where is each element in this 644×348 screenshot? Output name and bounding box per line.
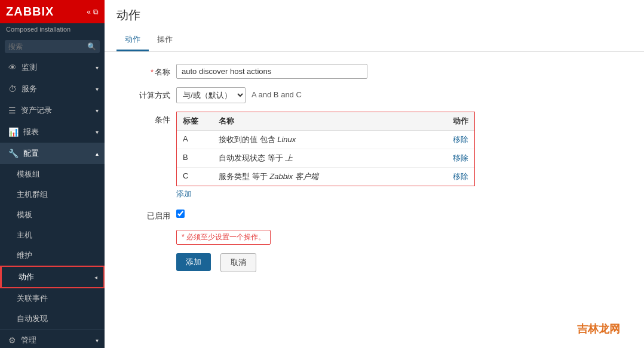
sidebar-item-related-events[interactable]: 关联事件 (0, 288, 105, 309)
sidebar-item-assets[interactable]: ☰ 资产记录 ▾ (0, 100, 105, 121)
sidebar-item-actions[interactable]: 动作 ◂ (0, 266, 105, 288)
cond-name-a: 接收到的值 包含 Linux (213, 131, 438, 149)
monitor-icon: 👁 (8, 63, 17, 72)
reports-label: 报表 (23, 127, 39, 137)
sidebar-item-config[interactable]: 🔧 配置 ▴ (0, 143, 105, 164)
header-name: 名称 (213, 112, 438, 130)
assets-icon: ☰ (8, 106, 16, 115)
templates-label: 模板 (17, 210, 32, 220)
services-arrow: ▾ (96, 86, 99, 93)
enabled-row: 已启用 (122, 208, 626, 221)
sidebar-item-maintenance[interactable]: 维护 (0, 245, 105, 266)
sidebar-item-template-groups[interactable]: 模板组 (0, 164, 105, 184)
sidebar: ZABBIX « ⧉ Composed installation 🔍 👁 监测 … (0, 0, 105, 348)
calc-select[interactable]: 与/或（默认） (176, 87, 246, 103)
reports-arrow: ▾ (96, 129, 99, 135)
calc-desc: A and B and C (252, 87, 302, 99)
conditions-label: 条件 (122, 112, 170, 125)
template-groups-label: 模板组 (17, 169, 40, 180)
monitor-label: 监测 (22, 62, 37, 73)
conditions-header: 标签 名称 动作 (177, 112, 474, 131)
cond-label-c: C (177, 168, 213, 186)
error-spacer (122, 230, 170, 233)
services-label: 服务 (22, 84, 37, 94)
config-label: 配置 (23, 148, 39, 159)
monitor-arrow: ▾ (96, 64, 99, 71)
remove-link-b[interactable]: 移除 (453, 153, 468, 162)
hosts-label: 主机 (17, 230, 32, 241)
table-row: C 服务类型 等于 Zabbix 客户端 移除 (177, 168, 474, 186)
tab-operation[interactable]: 操作 (149, 29, 181, 51)
footer-brand: 吉林龙网 (577, 322, 620, 336)
manage-icon: ⚙ (8, 335, 16, 345)
config-icon: 🔧 (8, 149, 19, 158)
tabs: 动作 操作 (116, 29, 632, 51)
collapse-icon[interactable]: « (87, 8, 91, 16)
sidebar-item-manage[interactable]: ⚙ 管理 ▾ (0, 329, 105, 348)
buttons-row: 添加 取消 (122, 253, 626, 272)
cond-name-c: 服务类型 等于 Zabbix 客户端 (213, 168, 438, 186)
sidebar-item-templates[interactable]: 模板 (0, 205, 105, 225)
sidebar-item-services[interactable]: ⏱ 服务 ▾ (0, 78, 105, 100)
search-input[interactable] (5, 40, 100, 53)
enabled-label: 已启用 (122, 208, 170, 221)
calc-row: 计算方式 与/或（默认） A and B and C (122, 87, 626, 103)
conditions-table: 标签 名称 动作 A 接收到的值 包含 Linux 移除 (176, 112, 475, 186)
assets-arrow: ▾ (96, 107, 99, 114)
logo-text: ZABBIX (6, 5, 54, 19)
reports-icon: 📊 (8, 127, 19, 137)
table-row: B 自动发现状态 等于 上 移除 (177, 149, 474, 168)
sidebar-subtitle: Composed installation (0, 23, 105, 36)
calc-label: 计算方式 (122, 87, 170, 101)
expand-icon[interactable]: ⧉ (93, 8, 99, 16)
remove-link-a[interactable]: 移除 (453, 135, 468, 144)
assets-label: 资产记录 (21, 105, 52, 116)
cond-action-c: 移除 (438, 168, 474, 186)
services-icon: ⏱ (8, 84, 17, 94)
cond-label-b: B (177, 149, 213, 167)
required-star: * (151, 67, 154, 76)
form-area: *名称 计算方式 与/或（默认） A and B and C 条件 标签 名称 … (105, 52, 644, 348)
sidebar-search-wrap: 🔍 (0, 36, 105, 57)
actions-nav-wrapper: 动作 ◂ 触发器动作 发现动作 自动注册动作 内部动作 (0, 266, 105, 288)
name-label: *名称 (122, 64, 170, 78)
cond-action-a: 移除 (438, 131, 474, 149)
tab-action[interactable]: 动作 (116, 29, 149, 51)
actions-arrow: ◂ (94, 274, 97, 281)
sidebar-item-auto-discover[interactable]: 自动发现 (0, 309, 105, 329)
sidebar-item-hosts[interactable]: 主机 (0, 225, 105, 245)
config-arrow: ▴ (96, 150, 99, 157)
sidebar-nav: 👁 监测 ▾ ⏱ 服务 ▾ ☰ 资产记录 ▾ 📊 报表 ▾ 🔧 配置 ▴ (0, 57, 105, 348)
header-action: 动作 (438, 112, 474, 130)
logo-icons: « ⧉ (87, 8, 99, 16)
main-header: 动作 动作 操作 (105, 0, 644, 52)
host-groups-label: 主机群组 (17, 189, 48, 200)
add-button[interactable]: 添加 (176, 253, 211, 271)
page-title: 动作 (116, 7, 632, 23)
add-condition-link[interactable]: 添加 (176, 189, 192, 199)
sidebar-logo: ZABBIX « ⧉ (0, 0, 105, 23)
error-row: * 必须至少设置一个操作。 (122, 230, 626, 245)
manage-label: 管理 (21, 335, 36, 346)
sidebar-item-reports[interactable]: 📊 报表 ▾ (0, 121, 105, 143)
sidebar-item-monitor[interactable]: 👁 监测 ▾ (0, 57, 105, 78)
actions-label: 动作 (19, 272, 34, 282)
cond-label-a: A (177, 131, 213, 149)
table-row: A 接收到的值 包含 Linux 移除 (177, 131, 474, 149)
cond-action-b: 移除 (438, 149, 474, 167)
conditions-wrap: 标签 名称 动作 A 接收到的值 包含 Linux 移除 (176, 112, 475, 199)
sidebar-item-host-groups[interactable]: 主机群组 (0, 184, 105, 205)
name-input[interactable] (176, 64, 367, 79)
conditions-row: 条件 标签 名称 动作 A 接收到的值 包含 Linux (122, 112, 626, 199)
search-icon: 🔍 (87, 42, 96, 51)
main-content: 动作 动作 操作 *名称 计算方式 与/或（默认） A and B and C … (105, 0, 644, 348)
remove-link-c[interactable]: 移除 (453, 172, 468, 181)
enabled-checkbox[interactable] (176, 210, 185, 218)
btn-spacer (122, 253, 170, 256)
cancel-button[interactable]: 取消 (220, 253, 256, 272)
header-label: 标签 (177, 112, 213, 130)
cond-name-b: 自动发现状态 等于 上 (213, 149, 438, 167)
maintenance-label: 维护 (17, 250, 32, 261)
related-events-label: 关联事件 (17, 293, 48, 304)
error-message: * 必须至少设置一个操作。 (176, 230, 271, 245)
